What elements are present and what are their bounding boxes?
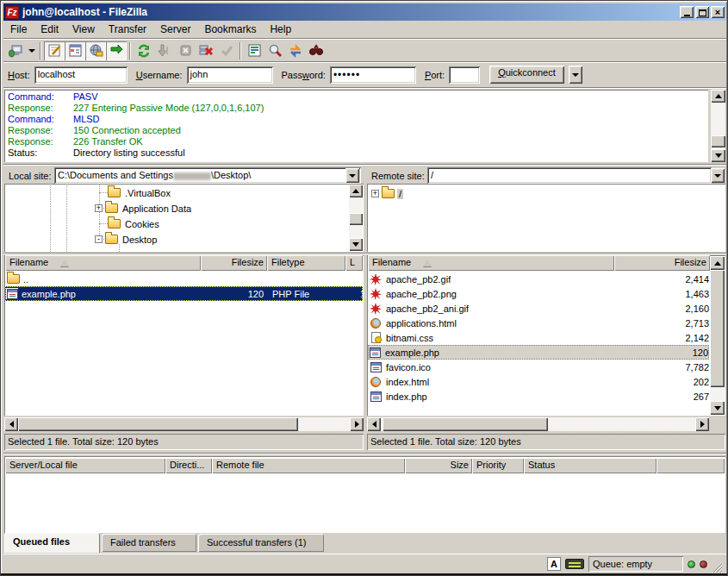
tab-successful-transfers[interactable]: Successful transfers (1) bbox=[198, 534, 324, 552]
tab-failed-transfers[interactable]: Failed transfers bbox=[102, 534, 196, 552]
queue-column-priority[interactable]: Priority bbox=[472, 458, 524, 473]
remote-row[interactable]: favicon.ico7,782 bbox=[369, 360, 709, 374]
local-path-combobox[interactable]: C:\Documents and Settings\Desktop\ bbox=[54, 167, 361, 184]
remote-row[interactable]: index.html202 bbox=[369, 374, 709, 389]
remote-row[interactable]: apache_pb2.png1,463 bbox=[369, 286, 709, 301]
local-tree-scrollbar-thumb[interactable] bbox=[349, 213, 363, 225]
scroll-down-button[interactable] bbox=[349, 238, 363, 251]
local-hscrollbar-thumb[interactable] bbox=[18, 417, 298, 431]
close-button[interactable]: × bbox=[711, 6, 725, 18]
queue-column-remote-file[interactable]: Remote file bbox=[212, 458, 405, 473]
resize-grip[interactable] bbox=[712, 562, 723, 573]
tree-item-cookies[interactable]: Cookies bbox=[105, 216, 161, 231]
menu-edit[interactable]: Edit bbox=[34, 22, 65, 37]
menu-server[interactable]: Server bbox=[153, 22, 197, 37]
log-panes-splitter[interactable] bbox=[3, 164, 726, 166]
disconnect-button[interactable] bbox=[196, 41, 216, 60]
filter-button[interactable] bbox=[244, 41, 264, 60]
quickconnect-button[interactable]: Quickconnect bbox=[489, 66, 564, 84]
message-log[interactable]: Command:PASV Response:227 Entering Passi… bbox=[4, 90, 708, 162]
menu-bookmarks[interactable]: Bookmarks bbox=[197, 22, 263, 37]
local-column-filetype[interactable]: Filetype bbox=[267, 255, 345, 271]
refresh-button[interactable] bbox=[134, 41, 154, 60]
remote-hscrollbar-thumb[interactable] bbox=[383, 417, 548, 431]
scroll-down-button[interactable] bbox=[710, 401, 725, 415]
remote-list-scrollbar[interactable] bbox=[710, 256, 725, 415]
remote-row[interactable]: bitnami.css2,142 bbox=[369, 330, 709, 345]
tree-item-application-data[interactable]: + Application Data bbox=[95, 201, 193, 216]
toggle-message-log-button[interactable] bbox=[44, 41, 65, 60]
process-queue-button[interactable] bbox=[154, 41, 175, 60]
remote-column-filename[interactable]: Filename bbox=[368, 255, 614, 271]
cancel-button[interactable] bbox=[175, 41, 196, 60]
menu-file[interactable]: File bbox=[3, 22, 34, 37]
remote-tree-view[interactable]: + / bbox=[367, 184, 725, 252]
maximize-button[interactable] bbox=[695, 6, 709, 18]
menu-transfer[interactable]: Transfer bbox=[102, 22, 153, 37]
local-tree-scrollbar[interactable] bbox=[349, 185, 363, 251]
menu-view[interactable]: View bbox=[65, 22, 102, 37]
scroll-down-button[interactable] bbox=[711, 149, 725, 162]
transfer-queue[interactable]: Server/Local file Directi... Remote file… bbox=[4, 456, 725, 533]
scroll-up-button[interactable] bbox=[349, 185, 363, 197]
remote-path-dropdown[interactable] bbox=[711, 168, 725, 183]
scroll-left-button[interactable] bbox=[367, 417, 381, 431]
scroll-up-button[interactable] bbox=[710, 256, 725, 270]
local-file-list[interactable]: Filename Filesize Filetype L .. example.… bbox=[4, 255, 364, 416]
toggle-remote-tree-button[interactable] bbox=[85, 41, 106, 60]
tree-list-splitter[interactable] bbox=[3, 253, 726, 254]
expand-icon[interactable]: + bbox=[95, 204, 103, 212]
tree-item-desktop[interactable]: - Desktop bbox=[95, 232, 159, 247]
sync-browsing-button[interactable] bbox=[285, 41, 306, 60]
remote-row[interactable]: index.php267 bbox=[369, 389, 709, 404]
collapse-icon[interactable]: - bbox=[95, 235, 103, 243]
menu-help[interactable]: Help bbox=[263, 22, 298, 37]
scroll-left-button[interactable] bbox=[4, 417, 18, 431]
expand-icon[interactable]: + bbox=[371, 190, 379, 197]
local-hscrollbar[interactable] bbox=[4, 417, 364, 431]
site-manager-button[interactable] bbox=[6, 41, 27, 60]
remote-column-filesize[interactable]: Filesize bbox=[614, 255, 710, 271]
host-input[interactable]: localhost bbox=[34, 66, 128, 84]
local-tree-view[interactable]: .VirtualBox + Application Data Cookies -… bbox=[4, 184, 364, 252]
site-manager-dropdown[interactable] bbox=[27, 41, 37, 60]
local-column-last-modified[interactable]: L bbox=[345, 255, 363, 271]
scroll-right-button[interactable] bbox=[695, 417, 709, 431]
queue-column-server-local-file[interactable]: Server/Local file bbox=[5, 458, 165, 473]
tree-item-virtualbox[interactable]: .VirtualBox bbox=[105, 185, 172, 200]
compare-button[interactable] bbox=[264, 41, 285, 60]
port-input[interactable] bbox=[449, 66, 480, 84]
minimize-button[interactable] bbox=[680, 6, 694, 18]
remote-row[interactable]: applications.html2,713 bbox=[369, 316, 709, 330]
username-input[interactable]: john bbox=[187, 66, 273, 84]
speed-limit-icon[interactable] bbox=[565, 559, 584, 569]
queue-column-direction[interactable]: Directi... bbox=[165, 458, 212, 473]
log-scrollbar[interactable] bbox=[711, 90, 725, 162]
local-row-example-php[interactable]: example.php 120 PHP File 1 bbox=[5, 286, 363, 301]
remote-row[interactable]: apache_pb2.gif2,414 bbox=[369, 272, 709, 286]
reconnect-button[interactable] bbox=[216, 41, 237, 60]
remote-path-combobox[interactable]: / bbox=[427, 167, 712, 184]
title-bar[interactable]: Fz john@localhost - FileZilla × bbox=[3, 3, 726, 21]
log-scrollbar-thumb[interactable] bbox=[711, 135, 725, 147]
local-row-parent-dir[interactable]: .. bbox=[6, 272, 362, 286]
local-path-dropdown[interactable] bbox=[345, 168, 359, 183]
remote-file-list[interactable]: Filename Filesize apache_pb2.gif2,414 ap… bbox=[367, 255, 725, 416]
scroll-up-button[interactable] bbox=[711, 90, 725, 103]
queue-column-size[interactable]: Size bbox=[405, 458, 472, 473]
quickconnect-dropdown[interactable] bbox=[569, 66, 582, 84]
scroll-right-button[interactable] bbox=[350, 417, 364, 431]
queue-column-status[interactable]: Status bbox=[524, 458, 656, 473]
find-button[interactable] bbox=[306, 41, 327, 60]
toggle-queue-button[interactable] bbox=[106, 41, 127, 60]
remote-row[interactable]: apache_pb2_ani.gif2,160 bbox=[369, 301, 709, 316]
local-column-filename[interactable]: Filename bbox=[5, 255, 201, 271]
tree-item-root[interactable]: + / bbox=[371, 186, 403, 201]
toggle-local-tree-button[interactable] bbox=[65, 41, 85, 60]
tab-queued-files[interactable]: Queued files bbox=[4, 533, 100, 553]
password-input[interactable]: •••••• bbox=[330, 66, 416, 84]
local-column-filesize[interactable]: Filesize bbox=[201, 255, 267, 271]
remote-list-scrollbar-thumb[interactable] bbox=[710, 270, 725, 387]
panes-queue-splitter[interactable] bbox=[3, 453, 726, 454]
remote-hscrollbar[interactable] bbox=[367, 417, 709, 431]
